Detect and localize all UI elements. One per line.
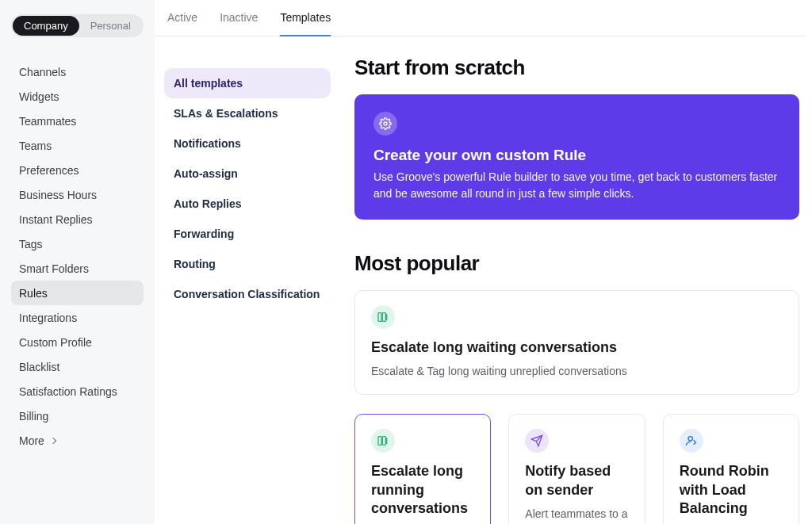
user-assign-icon: [680, 429, 703, 453]
sidebar-item-label: More: [19, 434, 44, 447]
card-title: Round Robin with Load Balancing: [680, 462, 783, 518]
scratch-heading: Start from scratch: [354, 55, 799, 80]
sidebar-item-satisfaction-ratings[interactable]: Satisfaction Ratings: [11, 379, 144, 404]
sidebar-item-rules[interactable]: Rules: [11, 281, 144, 305]
main-panel: Active Inactive Templates All templates …: [155, 0, 812, 524]
category-auto-assign[interactable]: Auto-assign: [164, 159, 331, 189]
template-escalate-running[interactable]: Escalate long running conversations Esca…: [354, 414, 491, 524]
category-auto-replies[interactable]: Auto Replies: [164, 189, 331, 219]
template-round-robin[interactable]: Round Robin with Load Balancing Assign c…: [663, 414, 799, 524]
gear-icon: [373, 112, 397, 136]
svg-point-7: [688, 437, 692, 441]
most-popular-heading: Most popular: [354, 251, 799, 276]
nav-list: Channels Widgets Teammates Teams Prefere…: [11, 59, 144, 453]
escalation-icon: [371, 305, 395, 329]
tab-inactive[interactable]: Inactive: [220, 11, 258, 36]
svg-point-0: [384, 122, 387, 125]
sidebar-item-smart-folders[interactable]: Smart Folders: [11, 256, 144, 281]
template-categories: All templates SLAs & Escalations Notific…: [164, 54, 331, 524]
scope-company-tab[interactable]: Company: [13, 16, 79, 36]
svg-rect-5: [382, 437, 385, 446]
svg-rect-2: [382, 313, 385, 322]
templates-grid: Escalate long running conversations Esca…: [354, 414, 799, 524]
sidebar-item-billing[interactable]: Billing: [11, 404, 144, 428]
scope-personal-tab[interactable]: Personal: [79, 16, 142, 36]
sidebar-item-preferences[interactable]: Preferences: [11, 158, 144, 182]
svg-rect-4: [378, 437, 381, 446]
hero-desc: Use Groove's powerful Rule builder to sa…: [373, 169, 780, 202]
sidebar-item-teammates[interactable]: Teammates: [11, 109, 144, 133]
sidebar-item-channels[interactable]: Channels: [11, 59, 144, 84]
template-escalate-waiting[interactable]: Escalate long waiting conversations Esca…: [354, 290, 799, 395]
card-desc: Alert teammates to a conversation sent f…: [525, 506, 628, 524]
sidebar-item-instant-replies[interactable]: Instant Replies: [11, 207, 144, 231]
card-title: Escalate long running conversations: [371, 462, 474, 518]
svg-rect-1: [378, 313, 381, 322]
tab-active[interactable]: Active: [167, 11, 197, 36]
category-slas-escalations[interactable]: SLAs & Escalations: [164, 98, 331, 128]
create-custom-rule-card[interactable]: Create your own custom Rule Use Groove's…: [354, 94, 799, 220]
escalation-icon: [371, 429, 395, 453]
template-notify-sender[interactable]: Notify based on sender Alert teammates t…: [508, 414, 645, 524]
sidebar-item-integrations[interactable]: Integrations: [11, 305, 144, 330]
category-routing[interactable]: Routing: [164, 249, 331, 279]
category-conversation-classification[interactable]: Conversation Classification: [164, 279, 331, 309]
card-desc: Escalate & Tag long waiting unreplied co…: [371, 363, 783, 380]
sidebar-item-teams[interactable]: Teams: [11, 133, 144, 158]
category-all-templates[interactable]: All templates: [164, 68, 331, 98]
card-title: Escalate long waiting conversations: [371, 338, 783, 357]
tab-templates[interactable]: Templates: [280, 11, 331, 36]
scope-toggle: Company Personal: [11, 14, 144, 37]
sidebar-item-business-hours[interactable]: Business Hours: [11, 182, 144, 207]
rules-tabs: Active Inactive Templates: [155, 0, 806, 36]
settings-sidebar: Company Personal Channels Widgets Teamma…: [0, 0, 155, 524]
hero-title: Create your own custom Rule: [373, 147, 780, 164]
category-forwarding[interactable]: Forwarding: [164, 219, 331, 249]
category-notifications[interactable]: Notifications: [164, 128, 331, 159]
templates-content: All templates SLAs & Escalations Notific…: [155, 54, 806, 524]
templates-right: Start from scratch Create your own custo…: [354, 54, 806, 524]
sidebar-item-tags[interactable]: Tags: [11, 231, 144, 256]
sidebar-item-widgets[interactable]: Widgets: [11, 84, 144, 109]
card-title: Notify based on sender: [525, 462, 628, 499]
sidebar-item-custom-profile[interactable]: Custom Profile: [11, 330, 144, 354]
sidebar-item-blacklist[interactable]: Blacklist: [11, 354, 144, 379]
send-icon: [525, 429, 549, 453]
chevron-right-icon: [50, 437, 56, 443]
sidebar-item-more[interactable]: More: [11, 428, 144, 453]
